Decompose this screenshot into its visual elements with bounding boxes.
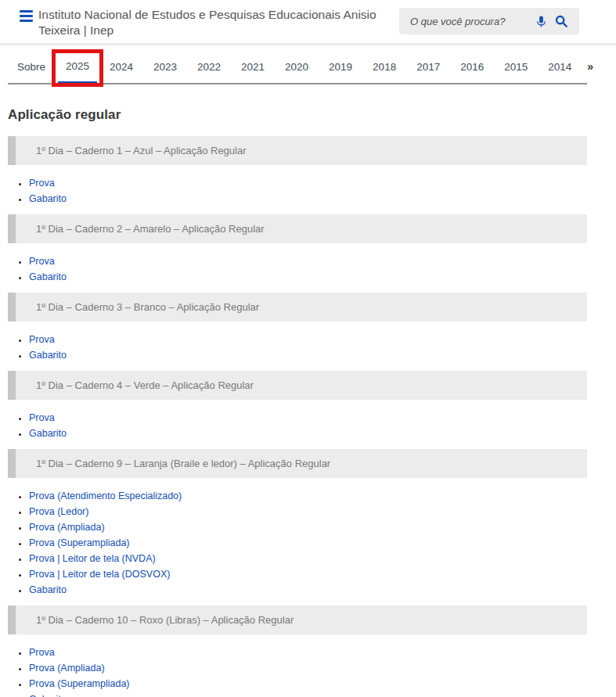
- page-title: Aplicação regular: [8, 107, 587, 123]
- section-title: 1º Dia – Caderno 2 – Amarelo – Aplicação…: [36, 223, 265, 235]
- download-link[interactable]: Prova: [29, 647, 55, 658]
- tab-sobre[interactable]: Sobre: [9, 52, 53, 83]
- download-links-list: Prova Gabarito: [8, 253, 587, 285]
- section-title: 1º Dia – Caderno 4 – Verde – Aplicação R…: [36, 379, 254, 391]
- exam-section: 1º Dia – Caderno 4 – Verde – Aplicação R…: [8, 371, 587, 441]
- list-item: Prova: [29, 332, 587, 347]
- list-item: Gabarito: [29, 269, 587, 285]
- tabs-next-icon[interactable]: »: [584, 52, 593, 83]
- site-title: Instituto Nacional de Estudos e Pesquisa…: [38, 7, 387, 38]
- list-item: Prova (Ampliada): [29, 660, 587, 676]
- section-header: 1º Dia – Caderno 3 – Branco – Aplicação …: [8, 293, 587, 322]
- section-header: 1º Dia – Caderno 9 – Laranja (Braile e l…: [8, 449, 587, 478]
- sections-container: 1º Dia – Caderno 1 – Azul – Aplicação Re…: [8, 136, 587, 697]
- download-link[interactable]: Prova (Superampliada): [29, 537, 130, 548]
- tab-2020[interactable]: 2020: [277, 52, 316, 83]
- tab-label: 2025: [66, 60, 89, 72]
- download-link[interactable]: Gabarito: [29, 271, 67, 282]
- list-item: Prova (Superampliada): [29, 676, 587, 692]
- download-link[interactable]: Gabarito: [29, 350, 67, 361]
- tab-2015[interactable]: 2015: [496, 52, 535, 83]
- list-item: Gabarito: [29, 191, 587, 207]
- download-link[interactable]: Prova (Ampliada): [29, 663, 105, 674]
- list-item: Prova (Ledor): [29, 504, 587, 519]
- section-title: 1º Dia – Caderno 9 – Laranja (Braile e l…: [36, 458, 330, 469]
- year-tabs: Sobre 2025 2024 2023 2022 2021 2020 2019…: [8, 52, 587, 84]
- download-link[interactable]: Prova | Leitor de tela (NVDA): [29, 553, 156, 564]
- list-item: Prova: [29, 253, 587, 269]
- list-item: Prova | Leitor de tela (NVDA): [29, 551, 587, 566]
- download-link[interactable]: Prova | Leitor de tela (DOSVOX): [29, 569, 170, 580]
- list-item: Gabarito: [29, 426, 587, 441]
- download-link[interactable]: Prova: [29, 412, 55, 423]
- tab-label: Sobre: [17, 61, 45, 73]
- hamburger-menu-icon[interactable]: [20, 7, 33, 22]
- list-item: Gabarito: [29, 692, 587, 697]
- microphone-icon[interactable]: [531, 11, 551, 31]
- tab-label: 2021: [241, 61, 265, 73]
- list-item: Prova: [29, 175, 587, 191]
- tab-2024[interactable]: 2024: [102, 52, 141, 83]
- list-item: Prova: [29, 645, 587, 660]
- download-link[interactable]: Prova (Ampliada): [29, 522, 105, 533]
- exam-section: 1º Dia – Caderno 1 – Azul – Aplicação Re…: [8, 136, 587, 207]
- tab-label: 2022: [197, 61, 221, 73]
- download-link[interactable]: Gabarito: [29, 584, 67, 595]
- tab-label: 2018: [373, 61, 396, 73]
- download-links-list: Prova Gabarito: [8, 175, 587, 207]
- section-header: 1º Dia – Caderno 2 – Amarelo – Aplicação…: [8, 214, 587, 243]
- list-item: Prova | Leitor de tela (DOSVOX): [29, 566, 587, 582]
- section-header: 1º Dia – Caderno 1 – Azul – Aplicação Re…: [8, 136, 587, 165]
- section-header: 1º Dia – Caderno 4 – Verde – Aplicação R…: [8, 371, 587, 400]
- tab-2019[interactable]: 2019: [321, 52, 360, 83]
- list-item: Prova (Superampliada): [29, 535, 587, 551]
- tab-label: 2023: [153, 61, 177, 73]
- list-item: Gabarito: [29, 347, 587, 363]
- tab-2016[interactable]: 2016: [452, 52, 492, 83]
- download-links-list: Prova Gabarito: [8, 332, 587, 363]
- tab-label: 2015: [504, 61, 528, 73]
- download-link[interactable]: Prova (Ledor): [29, 506, 88, 517]
- tab-2022[interactable]: 2022: [189, 52, 229, 83]
- list-item: Prova (Atendimento Especializado): [29, 488, 587, 504]
- section-title: 1º Dia – Caderno 3 – Branco – Aplicação …: [36, 301, 259, 313]
- exam-section: 1º Dia – Caderno 10 – Roxo (Libras) – Ap…: [8, 605, 587, 697]
- tab-2023[interactable]: 2023: [146, 52, 185, 83]
- search-box[interactable]: [399, 8, 579, 34]
- download-links-list: Prova Prova (Ampliada) Prova (Superampli…: [8, 645, 587, 697]
- download-link[interactable]: Prova: [29, 256, 55, 267]
- tab-2014[interactable]: 2014: [540, 52, 579, 83]
- download-links-list: Prova (Atendimento Especializado) Prova …: [8, 488, 587, 598]
- tab-2025[interactable]: 2025: [58, 52, 97, 84]
- tab-2017[interactable]: 2017: [409, 52, 448, 83]
- search-icon[interactable]: [551, 11, 571, 31]
- download-link[interactable]: Gabarito: [29, 193, 67, 204]
- list-item: Gabarito: [29, 582, 587, 598]
- main-content: Aplicação regular 1º Dia – Caderno 1 – A…: [8, 107, 587, 697]
- download-link[interactable]: Prova (Superampliada): [29, 678, 130, 689]
- download-link[interactable]: Prova (Atendimento Especializado): [29, 490, 182, 501]
- download-links-list: Prova Gabarito: [8, 410, 587, 441]
- tab-label: 2020: [285, 61, 308, 73]
- download-link[interactable]: Prova: [29, 178, 55, 189]
- list-item: Prova (Ampliada): [29, 519, 587, 535]
- download-link[interactable]: Gabarito: [29, 428, 67, 439]
- tab-label: 2014: [548, 61, 571, 73]
- exam-section: 1º Dia – Caderno 2 – Amarelo – Aplicação…: [8, 214, 587, 285]
- section-title: 1º Dia – Caderno 10 – Roxo (Libras) – Ap…: [36, 614, 294, 626]
- list-item: Prova: [29, 410, 587, 426]
- exam-section: 1º Dia – Caderno 9 – Laranja (Braile e l…: [8, 449, 587, 598]
- tab-label: 2016: [460, 61, 484, 73]
- tab-2021[interactable]: 2021: [233, 52, 272, 83]
- search-input[interactable]: [410, 16, 531, 27]
- section-header: 1º Dia – Caderno 10 – Roxo (Libras) – Ap…: [8, 605, 587, 634]
- header-branding: Instituto Nacional de Estudos e Pesquisa…: [20, 7, 387, 38]
- header: Instituto Nacional de Estudos e Pesquisa…: [0, 0, 616, 45]
- section-title: 1º Dia – Caderno 1 – Azul – Aplicação Re…: [36, 145, 247, 156]
- tab-2018[interactable]: 2018: [365, 52, 404, 83]
- exam-section: 1º Dia – Caderno 3 – Branco – Aplicação …: [8, 293, 587, 363]
- download-link[interactable]: Prova: [29, 334, 55, 345]
- tab-label: 2017: [416, 61, 440, 73]
- download-link[interactable]: Gabarito: [29, 694, 67, 697]
- tab-label: 2024: [110, 61, 133, 73]
